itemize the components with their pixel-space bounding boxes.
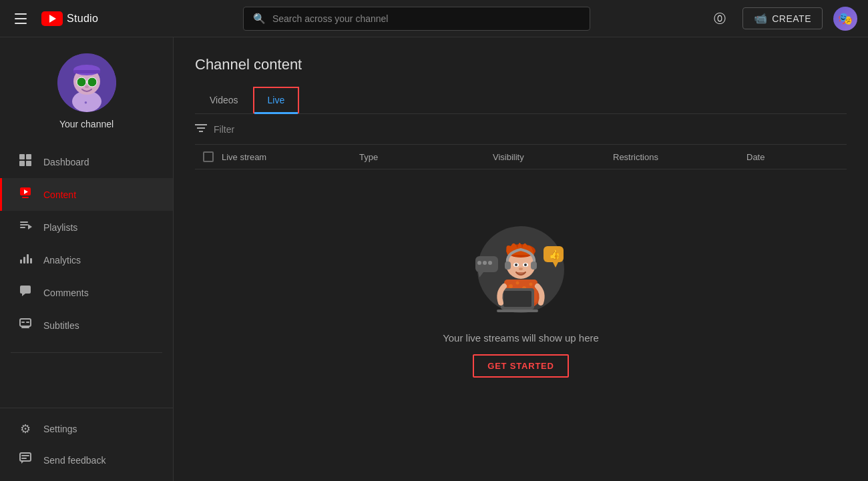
play-triangle: [49, 15, 56, 23]
sidebar: ● Your channel Dashboard: [0, 37, 174, 481]
svg-rect-21: [20, 260, 22, 264]
col-type: Type: [359, 152, 493, 162]
svg-rect-30: [21, 327, 29, 328]
feedback-icon: [18, 452, 33, 468]
get-started-button[interactable]: GET STARTED: [473, 354, 569, 378]
empty-state: 👍: [195, 169, 847, 418]
streaming-illustration: 👍: [467, 209, 574, 316]
content-area: Channel content Videos Live Filter: [174, 37, 868, 481]
search-bar: 🔍: [243, 7, 590, 31]
feedback-label: Send feedback: [43, 455, 105, 466]
svg-point-6: [87, 77, 97, 87]
col-restrictions: Restrictions: [613, 152, 746, 162]
svg-rect-18: [20, 224, 28, 225]
camera-icon: 📹: [754, 12, 768, 25]
select-all-checkbox[interactable]: [203, 151, 214, 162]
col-livestream: Live stream: [222, 152, 359, 162]
filter-label: Filter: [214, 124, 234, 135]
channel-name-label: Your channel: [59, 119, 114, 129]
analytics-icon: [18, 252, 33, 268]
svg-rect-16: [22, 197, 29, 198]
svg-rect-24: [30, 258, 32, 264]
settings-label: Settings: [43, 424, 77, 434]
sidebar-item-playlists[interactable]: Playlists: [0, 211, 173, 244]
channel-profile: ● Your channel: [0, 37, 173, 140]
channel-avatar[interactable]: ●: [57, 53, 116, 112]
tab-videos[interactable]: Videos: [195, 87, 253, 113]
empty-state-message: Your live streams will show up here: [443, 332, 599, 344]
comments-label: Comments: [43, 288, 89, 298]
top-nav: Studio 🔍 ⓪ 📹 CREATE 🎭: [0, 0, 868, 37]
nav-right: ⓪ 📹 CREATE 🎭: [708, 7, 857, 31]
sidebar-item-dashboard[interactable]: Dashboard: [0, 145, 173, 178]
svg-marker-20: [28, 224, 32, 229]
avatar-image: 🎭: [838, 11, 853, 26]
svg-point-5: [77, 77, 86, 87]
tab-live[interactable]: Live: [253, 87, 300, 113]
svg-rect-35: [21, 458, 27, 459]
analytics-label: Analytics: [43, 255, 81, 266]
filter-icon: [195, 122, 207, 136]
sidebar-divider: [11, 352, 162, 353]
sidebar-item-analytics[interactable]: Analytics: [0, 244, 173, 276]
videos-tab-label: Videos: [210, 95, 238, 105]
svg-marker-36: [21, 461, 24, 464]
svg-rect-62: [505, 262, 511, 270]
content-icon: [18, 186, 33, 203]
svg-rect-23: [27, 254, 29, 264]
svg-rect-34: [21, 455, 29, 456]
subtitles-icon: [18, 317, 33, 334]
svg-text:●: ●: [84, 99, 87, 105]
col-visibility: Visibility: [493, 152, 613, 162]
svg-rect-10: [19, 154, 25, 159]
subtitles-label: Subtitles: [43, 320, 79, 331]
svg-rect-13: [26, 161, 31, 166]
playlists-label: Playlists: [43, 222, 77, 233]
svg-rect-65: [503, 291, 531, 307]
svg-rect-31: [21, 322, 25, 323]
sidebar-item-content[interactable]: Content: [0, 178, 173, 211]
comments-icon: [18, 284, 33, 301]
sidebar-item-feedback[interactable]: Send feedback: [0, 444, 173, 476]
tabs-bar: Videos Live: [195, 87, 847, 114]
dashboard-label: Dashboard: [43, 157, 89, 167]
svg-rect-12: [19, 161, 25, 166]
svg-marker-28: [22, 294, 25, 296]
nav-left: Studio: [11, 9, 184, 28]
svg-rect-19: [20, 227, 25, 228]
svg-point-44: [488, 261, 492, 265]
svg-point-61: [519, 268, 523, 270]
logo-text-wrap: Studio: [67, 13, 98, 25]
svg-rect-66: [497, 310, 538, 312]
live-tab-label: Live: [268, 95, 285, 105]
youtube-icon: [41, 11, 63, 26]
menu-button[interactable]: [11, 9, 31, 28]
svg-point-51: [509, 284, 513, 288]
create-label: CREATE: [772, 13, 811, 24]
page-title: Channel content: [195, 56, 847, 73]
svg-rect-17: [20, 221, 28, 223]
user-avatar[interactable]: 🎭: [833, 7, 857, 31]
svg-rect-63: [531, 262, 537, 270]
dashboard-icon: [18, 153, 33, 170]
svg-point-43: [483, 261, 487, 265]
svg-rect-22: [23, 257, 25, 264]
nav-items: Dashboard Content: [0, 140, 173, 347]
create-button[interactable]: 📹 CREATE: [742, 7, 823, 29]
search-input[interactable]: [272, 13, 580, 24]
svg-rect-33: [20, 453, 31, 461]
svg-point-42: [477, 261, 481, 265]
col-date: Date: [746, 152, 847, 162]
content-label: Content: [43, 189, 76, 200]
svg-text:👍: 👍: [549, 249, 561, 260]
get-started-label: GET STARTED: [487, 361, 554, 371]
logo-area[interactable]: Studio: [41, 11, 98, 26]
sidebar-item-comments[interactable]: Comments: [0, 276, 173, 309]
help-button[interactable]: ⓪: [708, 7, 732, 31]
sidebar-item-settings[interactable]: ⚙ Settings: [0, 414, 173, 444]
studio-label: Studio: [67, 13, 98, 24]
svg-rect-4: [73, 70, 100, 73]
sidebar-item-subtitles[interactable]: Subtitles: [0, 309, 173, 342]
select-all-checkbox-wrap[interactable]: [195, 151, 222, 162]
sidebar-bottom: ⚙ Settings Send feedback: [0, 408, 173, 481]
